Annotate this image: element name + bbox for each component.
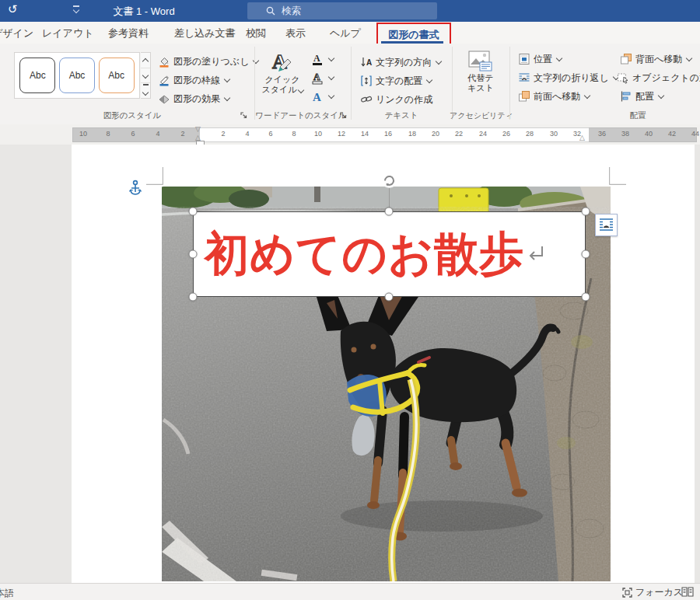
- text-effects-button[interactable]: A: [311, 89, 334, 104]
- resize-handle-bottom-right[interactable]: [582, 293, 590, 302]
- align-objects-button[interactable]: 配置: [620, 89, 663, 104]
- text-fill-icon: A: [311, 53, 324, 66]
- link-icon: [360, 93, 373, 106]
- tab-shape-format[interactable]: 図形の書式: [378, 28, 450, 42]
- shape-effects-icon: [158, 92, 170, 105]
- margin-corner-mark-right: [609, 167, 626, 185]
- select-objects-icon: [617, 72, 629, 84]
- undo-icon[interactable]: ↺: [8, 2, 18, 16]
- ruler-number: 10: [79, 130, 87, 138]
- document-area[interactable]: 初めてのお散歩: [0, 145, 700, 583]
- group-label-wordart: ワードアートのスタイル: [255, 110, 347, 121]
- resize-handle-mid-right[interactable]: [582, 250, 590, 259]
- align-text-button[interactable]: 文字の配置: [360, 73, 432, 89]
- focus-label: フォーカス: [635, 586, 683, 599]
- ruler-number: 6: [131, 130, 135, 138]
- wrap-text-button[interactable]: 文字列の折り返し: [518, 70, 618, 85]
- language-status[interactable]: 本語: [0, 587, 14, 600]
- wrap-text-icon: [518, 72, 530, 84]
- bring-forward-icon: [518, 90, 530, 103]
- ruler-number: 2: [221, 130, 225, 138]
- svg-text:A: A: [366, 58, 372, 67]
- ruler-number: 10: [314, 130, 322, 138]
- text-direction-button[interactable]: A 文字列の方向: [360, 54, 441, 70]
- tab-review[interactable]: 校閲: [246, 26, 266, 40]
- group-label-arrange: 配置: [607, 110, 669, 121]
- text-direction-icon: A: [360, 56, 373, 68]
- group-divider: [509, 47, 510, 120]
- margin-corner-mark-left: [146, 167, 163, 185]
- wordart-dialog-launcher-icon[interactable]: [339, 111, 348, 120]
- ribbon-tab-row: デザイン レイアウト 参考資料 差し込み文書 校閲 表示 ヘルプ 図形の書式: [0, 22, 700, 44]
- tab-mailings[interactable]: 差し込み文書: [174, 26, 236, 40]
- hanging-indent-marker[interactable]: △: [195, 134, 201, 141]
- wordart-text[interactable]: 初めてのお散歩: [205, 223, 524, 286]
- shape-style-gallery: Abc Abc Abc: [14, 52, 140, 99]
- shape-outline-button[interactable]: 図形の枠線: [158, 72, 229, 88]
- ruler-number: 16: [384, 130, 392, 138]
- document-page[interactable]: 初めてのお散歩: [72, 145, 695, 583]
- bring-forward-button[interactable]: 前面へ移動: [518, 89, 590, 104]
- layout-options-button[interactable]: [595, 214, 618, 236]
- shape-fill-button[interactable]: 図形の塗りつぶし: [158, 54, 258, 69]
- ruler-number: 42: [668, 130, 676, 138]
- horizontal-ruler[interactable]: 10 8 6 4 2 2 4 6 8 10 12 14 16 18 20 22 …: [0, 124, 700, 145]
- layout-options-icon: [598, 217, 614, 233]
- shape-style-orange[interactable]: Abc: [99, 58, 135, 93]
- select-objects-button[interactable]: オブジェクトの選択: [617, 70, 700, 85]
- ribbon: Abc Abc Abc 図形の塗りつぶし 図形の枠線 図形の効果 図形のスタイル: [0, 44, 700, 125]
- group-label-accessibility: アクセシビリティ: [450, 110, 512, 121]
- ruler-number: 4: [245, 130, 249, 138]
- resize-handle-top-left[interactable]: [189, 208, 198, 216]
- send-backward-button[interactable]: 背面へ移動: [620, 51, 691, 67]
- gallery-scroll-up-icon[interactable]: [141, 53, 150, 68]
- shape-style-blue[interactable]: Abc: [59, 58, 95, 93]
- text-outline-button[interactable]: A: [311, 70, 334, 85]
- tab-help[interactable]: ヘルプ: [330, 26, 361, 40]
- search-input[interactable]: 検索: [247, 2, 437, 19]
- pen-icon: [158, 74, 170, 86]
- tab-design[interactable]: デザイン: [0, 26, 33, 40]
- shape-effects-button[interactable]: 図形の効果: [158, 91, 229, 106]
- resize-handle-top-center[interactable]: [385, 208, 394, 216]
- ruler-number: 4: [156, 130, 159, 138]
- first-line-indent-marker[interactable]: ▽: [195, 126, 201, 132]
- right-indent-marker[interactable]: △: [579, 134, 585, 141]
- quick-access-chevron-icon[interactable]: [72, 4, 81, 13]
- svg-text:A: A: [313, 72, 320, 82]
- quick-styles-button[interactable]: A クイック スタイル: [259, 50, 306, 95]
- search-icon: [266, 6, 275, 16]
- create-link-button[interactable]: リンクの作成: [360, 92, 432, 107]
- tab-view[interactable]: 表示: [285, 26, 306, 40]
- ruler-number: 6: [268, 130, 272, 138]
- tab-references[interactable]: 参考資料: [108, 26, 149, 40]
- gallery-more-icon[interactable]: [141, 83, 150, 98]
- ruler-number: 26: [502, 130, 510, 138]
- focus-mode-button[interactable]: フォーカス: [622, 586, 683, 599]
- shape-style-black[interactable]: Abc: [19, 58, 55, 93]
- text-effects-icon: A: [311, 90, 324, 103]
- alt-text-icon: [467, 50, 494, 73]
- text-fill-button[interactable]: A: [311, 51, 334, 67]
- rotation-handle-line: [389, 187, 390, 208]
- align-objects-icon: [620, 90, 632, 103]
- wordart-textbox[interactable]: 初めてのお散歩: [193, 211, 586, 297]
- read-mode-icon[interactable]: [681, 587, 694, 599]
- group-divider: [351, 47, 352, 120]
- anchor-icon: [129, 180, 142, 197]
- resize-handle-mid-left[interactable]: [189, 250, 198, 259]
- resize-handle-bottom-center[interactable]: [385, 293, 394, 302]
- svg-text:A: A: [313, 91, 321, 103]
- position-button[interactable]: 位置: [518, 51, 562, 67]
- resize-handle-bottom-left[interactable]: [189, 293, 198, 302]
- gallery-scroll-down-icon[interactable]: [141, 68, 150, 84]
- gallery-scroll: [141, 52, 151, 99]
- shape-styles-dialog-launcher-icon[interactable]: [240, 111, 248, 120]
- rotation-handle-icon[interactable]: [381, 173, 397, 189]
- alt-text-button[interactable]: 代替テ キスト: [457, 50, 504, 93]
- ruler-number: 8: [292, 130, 296, 138]
- send-backward-icon: [620, 53, 632, 65]
- tab-layout[interactable]: レイアウト: [42, 26, 94, 40]
- resize-handle-top-right[interactable]: [582, 208, 590, 216]
- ruler-number: 18: [408, 130, 416, 138]
